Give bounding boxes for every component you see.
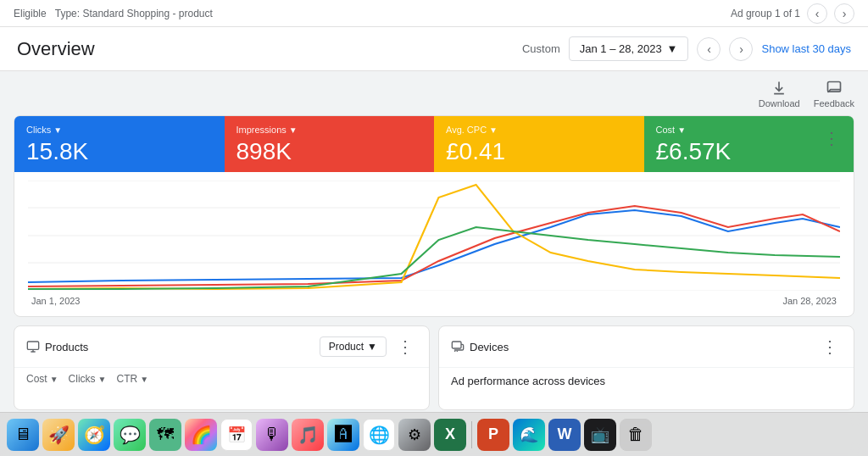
mac-dock: 🖥 🚀 🧭 💬 🗺 🌈 📅 🎙 🎵 🅰 🌐 ⚙ X P 🌊 W [0, 412, 868, 456]
devices-menu-button[interactable]: ⋮ [818, 335, 842, 359]
devices-card-title: Devices [451, 340, 509, 353]
download-button[interactable]: Download [759, 80, 800, 108]
devices-subtitle: Ad performance across devices [439, 368, 854, 394]
dock-edge[interactable]: 🌊 [513, 419, 545, 451]
header-right: Custom Jan 1 – 28, 2023 ▼ ‹ › Show last … [522, 36, 851, 61]
impressions-label: Impressions ▼ [236, 125, 423, 135]
show-last-30-button[interactable]: Show last 30 days [761, 42, 851, 55]
devices-icon [451, 340, 465, 353]
metric-impressions[interactable]: Impressions ▼ 898K [225, 116, 435, 172]
products-menu-button[interactable]: ⋮ [393, 335, 417, 359]
dock-calendar[interactable]: 📅 [220, 419, 253, 451]
date-dropdown-icon: ▼ [667, 42, 678, 55]
ad-group-label: Ad group 1 of 1 [731, 8, 800, 19]
impressions-value: 898K [236, 138, 423, 165]
chart-menu-button[interactable]: ⋮ [818, 125, 845, 152]
action-row: Download Feedback [14, 80, 854, 108]
header-row: Overview Custom Jan 1 – 28, 2023 ▼ ‹ › S… [0, 27, 868, 71]
dock-powerpoint[interactable]: P [477, 419, 509, 451]
products-card-header: Products Product ▼ ⋮ [14, 326, 429, 368]
products-card-title: Products [26, 340, 88, 353]
cost-value: £6.57K [656, 138, 843, 165]
dock-app1[interactable]: 📺 [584, 419, 616, 451]
dock-launchpad[interactable]: 🚀 [42, 419, 75, 451]
dock-systemprefs[interactable]: ⚙ [398, 419, 431, 451]
dock-podcasts[interactable]: 🎙 [256, 419, 288, 451]
top-bar-left: Eligible Type: Standard Shopping - produ… [14, 8, 213, 19]
ctr-col-arrow: ▼ [140, 375, 148, 384]
chart-start-date: Jan 1, 2023 [31, 296, 81, 306]
dock-messages[interactable]: 💬 [114, 419, 146, 451]
products-card: Products Product ▼ ⋮ Cost ▼ Clicks ▼ [14, 325, 430, 410]
avg-cpc-label: Avg. CPC ▼ [446, 125, 632, 135]
dock-chrome[interactable]: 🌐 [363, 419, 395, 451]
product-filter-arrow: ▼ [367, 341, 377, 353]
col-cost: Cost ▼ [26, 373, 58, 385]
chart-end-date: Jan 28, 2023 [782, 296, 837, 306]
status-eligible: Eligible Type: Standard Shopping - produ… [14, 8, 213, 19]
dock-photos[interactable]: 🌈 [185, 419, 217, 451]
date-range-selector[interactable]: Jan 1 – 28, 2023 ▼ [569, 36, 689, 61]
clicks-arrow: ▼ [53, 125, 62, 135]
cost-label: Cost ▼ [656, 125, 843, 135]
chart-area: Jan 1, 2023 Jan 28, 2023 [14, 172, 854, 316]
metric-tiles: Clicks ▼ 15.8K Impressions ▼ 898K Avg. C… [14, 116, 854, 172]
dock-safari[interactable]: 🧭 [78, 419, 110, 451]
top-bar-right: Ad group 1 of 1 ‹ › [731, 3, 854, 24]
content-area: Download Feedback Clicks ▼ 15.8K Impress… [0, 71, 868, 456]
metric-avg-cpc[interactable]: Avg. CPC ▼ £0.41 [434, 116, 644, 172]
ad-group-prev[interactable]: ‹ [807, 3, 827, 24]
svg-rect-7 [452, 342, 461, 348]
dock-trash[interactable]: 🗑 [620, 419, 652, 451]
dock-finder[interactable]: 🖥 [7, 419, 39, 451]
dock-appstore[interactable]: 🅰 [327, 419, 359, 451]
products-col-headers: Cost ▼ Clicks ▼ CTR ▼ [14, 368, 429, 390]
date-prev[interactable]: ‹ [697, 37, 721, 61]
download-icon [771, 80, 787, 97]
devices-card: Devices ⋮ Ad performance across devices [438, 325, 854, 410]
clicks-value: 15.8K [26, 138, 213, 165]
col-clicks: Clicks ▼ [69, 373, 107, 385]
dock-maps[interactable]: 🗺 [149, 419, 181, 451]
svg-rect-6 [27, 342, 38, 349]
avg-cpc-arrow: ▼ [489, 125, 498, 135]
feedback-button[interactable]: Feedback [814, 80, 854, 108]
products-icon [26, 340, 40, 353]
dock-excel[interactable]: X [434, 419, 466, 451]
dock-word[interactable]: W [548, 419, 581, 451]
top-bar: Eligible Type: Standard Shopping - produ… [0, 0, 868, 27]
devices-card-header: Devices ⋮ [439, 326, 854, 368]
feedback-icon [826, 80, 843, 97]
clicks-col-arrow: ▼ [98, 375, 107, 384]
cost-arrow: ▼ [677, 125, 686, 135]
product-filter-button[interactable]: Product ▼ [320, 336, 387, 357]
cost-col-arrow: ▼ [50, 375, 58, 384]
avg-cpc-value: £0.41 [446, 138, 632, 165]
col-ctr: CTR ▼ [117, 373, 149, 385]
metric-clicks[interactable]: Clicks ▼ 15.8K [14, 116, 225, 172]
performance-chart [28, 181, 840, 291]
date-next[interactable]: › [729, 37, 753, 61]
ad-group-next[interactable]: › [834, 3, 854, 24]
date-range-text: Jan 1 – 28, 2023 [580, 42, 662, 55]
products-card-actions: Product ▼ ⋮ [320, 335, 417, 359]
chart-date-labels: Jan 1, 2023 Jan 28, 2023 [28, 296, 840, 306]
dock-music[interactable]: 🎵 [292, 419, 324, 451]
impressions-arrow: ▼ [289, 125, 298, 135]
page-title: Overview [17, 38, 95, 60]
main-chart-card: Clicks ▼ 15.8K Impressions ▼ 898K Avg. C… [14, 115, 854, 317]
clicks-label: Clicks ▼ [26, 125, 213, 135]
custom-label: Custom [522, 42, 560, 55]
dock-separator [471, 421, 472, 448]
bottom-cards-row: Products Product ▼ ⋮ Cost ▼ Clicks ▼ [14, 325, 854, 410]
